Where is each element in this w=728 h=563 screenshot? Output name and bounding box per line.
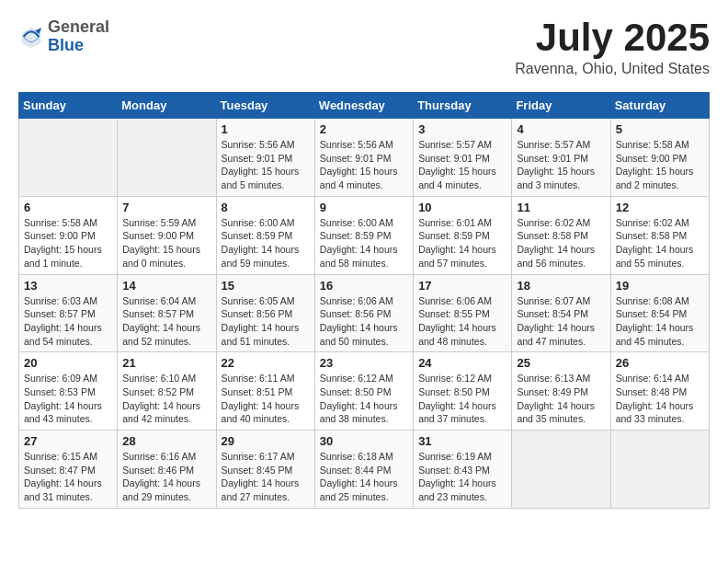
day-info: Sunrise: 6:12 AM Sunset: 8:50 PM Dayligh…: [418, 372, 506, 426]
calendar-cell: 28 Sunrise: 6:16 AM Sunset: 8:46 PM Dayl…: [118, 431, 216, 509]
calendar-week-5: 27 Sunrise: 6:15 AM Sunset: 8:47 PM Dayl…: [19, 431, 710, 509]
weekday-header-tuesday: Tuesday: [216, 93, 314, 119]
calendar-cell: 27 Sunrise: 6:15 AM Sunset: 8:47 PM Dayl…: [19, 431, 118, 509]
day-number: 5: [616, 122, 704, 136]
day-number: 23: [320, 356, 408, 370]
day-number: 19: [616, 279, 704, 293]
calendar-cell: 8 Sunrise: 6:00 AM Sunset: 8:59 PM Dayli…: [216, 196, 314, 274]
day-number: 17: [418, 279, 506, 293]
day-info: Sunrise: 6:12 AM Sunset: 8:50 PM Dayligh…: [320, 372, 408, 426]
day-number: 21: [122, 356, 210, 370]
day-info: Sunrise: 5:57 AM Sunset: 9:01 PM Dayligh…: [517, 138, 605, 192]
day-info: Sunrise: 5:59 AM Sunset: 9:00 PM Dayligh…: [122, 216, 210, 270]
day-info: Sunrise: 6:02 AM Sunset: 8:58 PM Dayligh…: [517, 216, 605, 270]
weekday-header-row: SundayMondayTuesdayWednesdayThursdayFrid…: [19, 93, 710, 119]
day-number: 22: [222, 356, 310, 370]
calendar-cell: 22 Sunrise: 6:11 AM Sunset: 8:51 PM Dayl…: [216, 352, 314, 431]
day-info: Sunrise: 6:00 AM Sunset: 8:59 PM Dayligh…: [320, 216, 408, 270]
calendar-week-4: 20 Sunrise: 6:09 AM Sunset: 8:53 PM Dayl…: [19, 352, 710, 431]
day-number: 4: [517, 122, 605, 136]
calendar-cell: 17 Sunrise: 6:06 AM Sunset: 8:55 PM Dayl…: [414, 274, 512, 352]
logo-text: General Blue: [48, 18, 109, 55]
day-number: 10: [418, 201, 506, 214]
day-info: Sunrise: 6:02 AM Sunset: 8:58 PM Dayligh…: [616, 216, 704, 270]
day-info: Sunrise: 5:56 AM Sunset: 9:01 PM Dayligh…: [222, 138, 310, 192]
calendar-cell: 15 Sunrise: 6:05 AM Sunset: 8:56 PM Dayl…: [216, 274, 314, 352]
logo-icon: [18, 24, 44, 50]
calendar-cell: 31 Sunrise: 6:19 AM Sunset: 8:43 PM Dayl…: [414, 431, 512, 509]
calendar-cell: 14 Sunrise: 6:04 AM Sunset: 8:57 PM Dayl…: [118, 274, 216, 352]
day-number: 20: [24, 356, 112, 370]
day-number: 1: [222, 122, 310, 136]
calendar-cell: 11 Sunrise: 6:02 AM Sunset: 8:58 PM Dayl…: [512, 196, 610, 274]
day-info: Sunrise: 6:11 AM Sunset: 8:51 PM Dayligh…: [222, 372, 310, 426]
day-info: Sunrise: 6:09 AM Sunset: 8:53 PM Dayligh…: [24, 372, 112, 426]
calendar-cell: 10 Sunrise: 6:01 AM Sunset: 8:59 PM Dayl…: [414, 196, 512, 274]
day-info: Sunrise: 6:07 AM Sunset: 8:54 PM Dayligh…: [517, 294, 605, 349]
location-subtitle: Ravenna, Ohio, United States: [515, 61, 710, 77]
day-number: 31: [418, 434, 506, 448]
day-number: 25: [517, 356, 605, 370]
calendar-cell: 12 Sunrise: 6:02 AM Sunset: 8:58 PM Dayl…: [610, 196, 709, 274]
calendar-cell: 4 Sunrise: 5:57 AM Sunset: 9:01 PM Dayli…: [512, 119, 610, 197]
calendar-cell: 25 Sunrise: 6:13 AM Sunset: 8:49 PM Dayl…: [512, 352, 610, 431]
day-info: Sunrise: 6:00 AM Sunset: 8:59 PM Dayligh…: [222, 216, 310, 270]
calendar-cell: 1 Sunrise: 5:56 AM Sunset: 9:01 PM Dayli…: [216, 119, 314, 197]
day-info: Sunrise: 6:06 AM Sunset: 8:55 PM Dayligh…: [418, 294, 506, 349]
day-number: 6: [24, 201, 112, 214]
day-info: Sunrise: 6:13 AM Sunset: 8:49 PM Dayligh…: [517, 372, 605, 426]
calendar-week-1: 1 Sunrise: 5:56 AM Sunset: 9:01 PM Dayli…: [19, 119, 710, 197]
calendar-cell: [610, 431, 709, 509]
day-number: 30: [320, 434, 408, 448]
calendar-cell: 9 Sunrise: 6:00 AM Sunset: 8:59 PM Dayli…: [314, 196, 413, 274]
weekday-header-wednesday: Wednesday: [314, 93, 413, 119]
calendar-week-2: 6 Sunrise: 5:58 AM Sunset: 9:00 PM Dayli…: [19, 196, 710, 274]
calendar-cell: [19, 119, 118, 197]
calendar-cell: 24 Sunrise: 6:12 AM Sunset: 8:50 PM Dayl…: [414, 352, 512, 431]
calendar-cell: 5 Sunrise: 5:58 AM Sunset: 9:00 PM Dayli…: [610, 119, 709, 197]
calendar-cell: 26 Sunrise: 6:14 AM Sunset: 8:48 PM Dayl…: [610, 352, 709, 431]
calendar-cell: 7 Sunrise: 5:59 AM Sunset: 9:00 PM Dayli…: [118, 196, 216, 274]
calendar-cell: [118, 119, 216, 197]
calendar-cell: [512, 431, 610, 509]
weekday-header-friday: Friday: [512, 93, 610, 119]
day-number: 28: [122, 434, 210, 448]
day-info: Sunrise: 6:18 AM Sunset: 8:44 PM Dayligh…: [320, 450, 408, 504]
day-number: 16: [320, 279, 408, 293]
weekday-header-thursday: Thursday: [414, 93, 512, 119]
calendar-cell: 30 Sunrise: 6:18 AM Sunset: 8:44 PM Dayl…: [314, 431, 413, 509]
day-info: Sunrise: 6:16 AM Sunset: 8:46 PM Dayligh…: [122, 450, 210, 504]
calendar-week-3: 13 Sunrise: 6:03 AM Sunset: 8:57 PM Dayl…: [19, 274, 710, 352]
day-number: 29: [222, 434, 310, 448]
day-number: 15: [222, 279, 310, 293]
calendar-cell: 3 Sunrise: 5:57 AM Sunset: 9:01 PM Dayli…: [414, 119, 512, 197]
page-header: General Blue July 2025 Ravenna, Ohio, Un…: [18, 18, 710, 77]
day-info: Sunrise: 6:17 AM Sunset: 8:45 PM Dayligh…: [222, 450, 310, 504]
calendar-cell: 18 Sunrise: 6:07 AM Sunset: 8:54 PM Dayl…: [512, 274, 610, 352]
day-info: Sunrise: 6:08 AM Sunset: 8:54 PM Dayligh…: [616, 294, 704, 349]
weekday-header-saturday: Saturday: [610, 93, 709, 119]
month-year-title: July 2025: [515, 18, 710, 57]
day-number: 27: [24, 434, 112, 448]
calendar-cell: 13 Sunrise: 6:03 AM Sunset: 8:57 PM Dayl…: [19, 274, 118, 352]
day-number: 7: [122, 201, 210, 214]
day-info: Sunrise: 6:03 AM Sunset: 8:57 PM Dayligh…: [24, 294, 112, 349]
logo-blue-text: Blue: [48, 37, 109, 55]
day-info: Sunrise: 5:58 AM Sunset: 9:00 PM Dayligh…: [24, 216, 112, 270]
day-number: 2: [320, 122, 408, 136]
day-info: Sunrise: 6:05 AM Sunset: 8:56 PM Dayligh…: [222, 294, 310, 349]
day-info: Sunrise: 6:01 AM Sunset: 8:59 PM Dayligh…: [418, 216, 506, 270]
day-info: Sunrise: 5:58 AM Sunset: 9:00 PM Dayligh…: [616, 138, 704, 192]
calendar-table: SundayMondayTuesdayWednesdayThursdayFrid…: [18, 92, 710, 509]
day-info: Sunrise: 6:10 AM Sunset: 8:52 PM Dayligh…: [122, 372, 210, 426]
day-info: Sunrise: 6:15 AM Sunset: 8:47 PM Dayligh…: [24, 450, 112, 504]
logo-general: General: [48, 18, 109, 37]
day-number: 3: [418, 122, 506, 136]
day-number: 8: [222, 201, 310, 214]
title-block: July 2025 Ravenna, Ohio, United States: [515, 18, 710, 77]
day-info: Sunrise: 6:14 AM Sunset: 8:48 PM Dayligh…: [616, 372, 704, 426]
day-number: 14: [122, 279, 210, 293]
calendar-cell: 29 Sunrise: 6:17 AM Sunset: 8:45 PM Dayl…: [216, 431, 314, 509]
calendar-cell: 23 Sunrise: 6:12 AM Sunset: 8:50 PM Dayl…: [314, 352, 413, 431]
day-number: 9: [320, 201, 408, 214]
